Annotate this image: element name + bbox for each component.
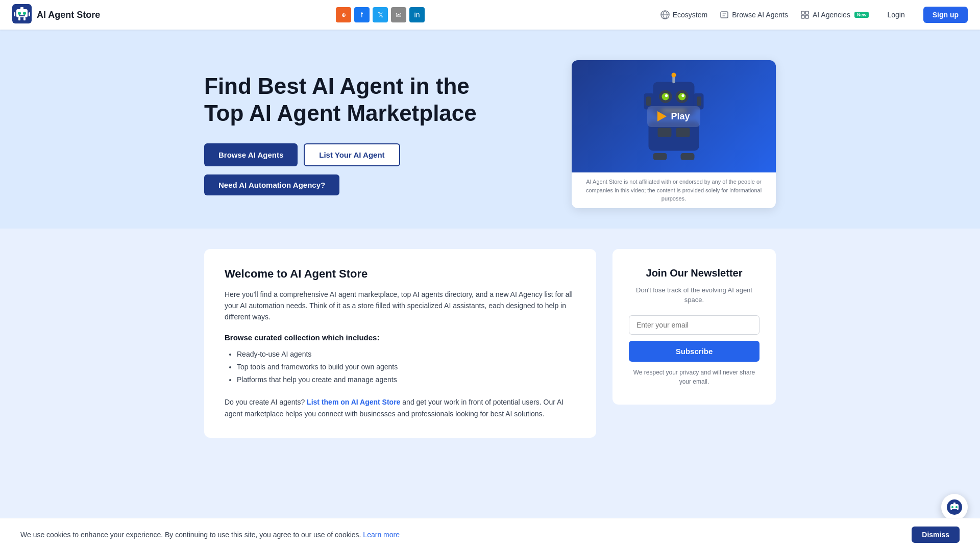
subscribe-button[interactable]: Subscribe xyxy=(629,341,760,362)
svg-rect-9 xyxy=(23,17,26,20)
svg-rect-6 xyxy=(14,12,15,16)
email-input[interactable] xyxy=(629,315,760,335)
robot-illustration: Play xyxy=(572,60,776,172)
feature-item: Top tools and frameworks to build your o… xyxy=(237,361,576,373)
header-nav: Ecosystem Browse AI Agents AI Agencies N… xyxy=(660,7,968,23)
svg-point-2 xyxy=(18,12,21,15)
svg-rect-7 xyxy=(29,12,30,16)
play-button[interactable]: Play xyxy=(647,106,700,127)
header: AI Agent Store ⊕ f 𝕏 ✉ in Ecosystem Brow… xyxy=(0,0,980,30)
feature-list: Ready-to-use AI agents Top tools and fra… xyxy=(225,348,576,387)
hero-buttons: Browse AI Agents List Your AI Agent xyxy=(204,143,551,166)
share-button[interactable]: ⊕ xyxy=(336,7,351,22)
hero-list-button[interactable]: List Your AI Agent xyxy=(304,143,400,166)
hero-agency-row: Need AI Automation Agency? xyxy=(204,174,551,195)
cta-link[interactable]: List them on AI Agent Store xyxy=(307,398,400,406)
share-buttons: ⊕ f 𝕏 ✉ in xyxy=(336,7,425,22)
hero-title: Find Best AI Agent in the Top AI Agent M… xyxy=(204,73,551,127)
svg-rect-8 xyxy=(18,17,20,20)
video-disclaimer: AI Agent Store is not affiliated with or… xyxy=(572,172,776,208)
play-triangle-icon xyxy=(657,111,667,121)
facebook-share-button[interactable]: f xyxy=(354,7,370,22)
play-label: Play xyxy=(671,111,690,122)
cookie-dismiss-button[interactable]: Dismiss xyxy=(912,527,960,543)
browse-agents-label: Browse AI Agents xyxy=(732,11,788,19)
newsletter-card: Join Our Newsletter Don't lose track of … xyxy=(612,249,776,405)
feature-item: Platforms that help you create and manag… xyxy=(237,373,576,386)
nav-ai-agencies[interactable]: AI Agencies New xyxy=(800,10,869,19)
cta-text: Do you create AI agents? List them on AI… xyxy=(225,396,576,419)
chatbot-fab[interactable] xyxy=(941,494,968,520)
logo-icon[interactable] xyxy=(12,4,32,26)
content-grid: Welcome to AI Agent Store Here you'll fi… xyxy=(204,249,776,438)
login-button[interactable]: Login xyxy=(881,8,911,22)
svg-rect-12 xyxy=(801,11,804,14)
twitter-share-button[interactable]: 𝕏 xyxy=(373,7,388,22)
header-left: AI Agent Store xyxy=(12,4,100,26)
cookie-banner: We use cookies to enhance your experienc… xyxy=(0,518,980,551)
main-content: Welcome to AI Agent Store Here you'll fi… xyxy=(184,229,796,459)
welcome-description: Here you'll find a comprehensive AI agen… xyxy=(225,289,576,323)
svg-rect-11 xyxy=(721,12,728,18)
hero-media: Play AI Agent Store is not affiliated wi… xyxy=(572,60,776,208)
welcome-title: Welcome to AI Agent Store xyxy=(225,267,576,281)
svg-rect-4 xyxy=(19,15,25,16)
hero-inner: Find Best AI Agent in the Top AI Agent M… xyxy=(184,60,796,208)
svg-rect-40 xyxy=(952,509,957,510)
svg-point-3 xyxy=(23,12,26,15)
privacy-note: We respect your privacy and will never s… xyxy=(629,368,760,386)
new-badge: New xyxy=(854,12,869,18)
feature-item: Ready-to-use AI agents xyxy=(237,348,576,361)
hero-browse-button[interactable]: Browse AI Agents xyxy=(204,143,298,166)
video-card: Play AI Agent Store is not affiliated wi… xyxy=(572,60,776,208)
cookie-message: We use cookies to enhance your experienc… xyxy=(20,531,899,539)
newsletter-description: Don't lose track of the evolving AI agen… xyxy=(629,285,760,305)
newsletter-title: Join Our Newsletter xyxy=(629,267,760,279)
hero-agency-button[interactable]: Need AI Automation Agency? xyxy=(204,174,339,195)
svg-rect-41 xyxy=(953,503,955,505)
svg-rect-13 xyxy=(805,11,808,14)
linkedin-share-button[interactable]: in xyxy=(409,7,425,22)
svg-point-38 xyxy=(951,506,953,508)
hero-text: Find Best AI Agent in the Top AI Agent M… xyxy=(204,73,551,195)
play-overlay: Play xyxy=(572,60,776,172)
svg-rect-5 xyxy=(20,7,23,10)
svg-rect-15 xyxy=(805,15,808,18)
hero-section: Find Best AI Agent in the Top AI Agent M… xyxy=(0,30,980,229)
signup-button[interactable]: Sign up xyxy=(923,7,968,23)
ai-agencies-label: AI Agencies xyxy=(813,11,850,19)
welcome-card: Welcome to AI Agent Store Here you'll fi… xyxy=(204,249,596,438)
ecosystem-label: Ecosystem xyxy=(673,11,707,19)
email-share-button[interactable]: ✉ xyxy=(391,7,406,22)
brand-name: AI Agent Store xyxy=(37,10,100,20)
cookie-learn-more-link[interactable]: Learn more xyxy=(363,531,400,539)
svg-rect-14 xyxy=(801,15,804,18)
browse-subtitle: Browse curated collection which includes… xyxy=(225,333,576,342)
nav-browse-agents[interactable]: Browse AI Agents xyxy=(720,10,788,19)
svg-point-39 xyxy=(955,506,958,508)
nav-ecosystem[interactable]: Ecosystem xyxy=(660,10,707,19)
